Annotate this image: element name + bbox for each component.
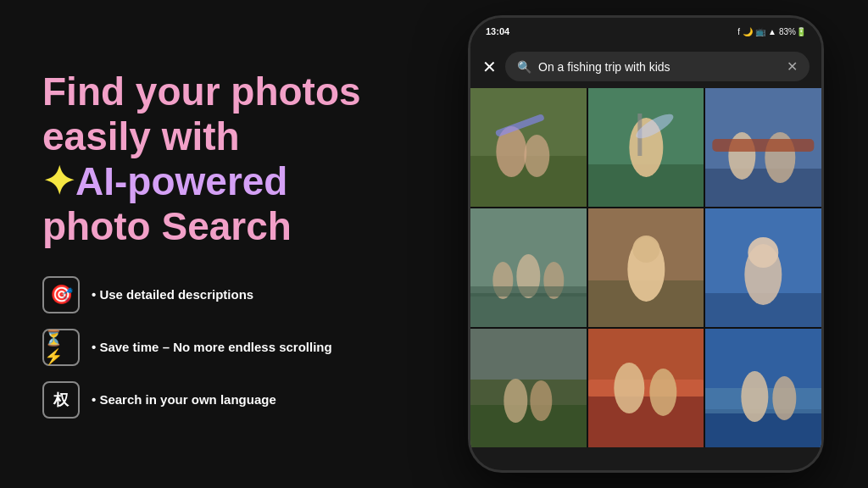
- phone-mockup: 13:04 f 🌙 📺 ▲ 83%🔋 ✕ 🔍 On a fishing trip…: [468, 15, 824, 473]
- photo-cell-8[interactable]: [588, 329, 704, 447]
- svg-rect-36: [588, 380, 704, 396]
- features-list: 🎯 Use detailed descriptions ⏳⚡ Save time…: [42, 276, 390, 419]
- close-search-button[interactable]: ✕: [482, 57, 497, 77]
- photo-cell-9[interactable]: [705, 329, 821, 447]
- svg-point-3: [524, 135, 549, 177]
- search-text: On a fishing trip with kids: [538, 60, 780, 74]
- svg-rect-31: [470, 329, 587, 380]
- svg-point-28: [748, 237, 779, 268]
- svg-rect-35: [588, 396, 704, 447]
- facebook-icon: f: [737, 27, 740, 36]
- svg-rect-11: [705, 169, 821, 207]
- clear-search-button[interactable]: ✕: [787, 58, 798, 75]
- feature-text-descriptions: Use detailed descriptions: [92, 287, 253, 302]
- feature-item-scrolling: ⏳⚡ Save time – No more endless scrolling: [42, 329, 390, 366]
- photo-cell-6[interactable]: [705, 208, 821, 327]
- headline-line1: Find your photos: [42, 69, 390, 114]
- headline-line2: easily with: [42, 114, 390, 159]
- photo-cell-2[interactable]: [588, 88, 704, 207]
- svg-point-38: [649, 369, 676, 416]
- photo-cell-7[interactable]: [470, 329, 587, 447]
- feature-text-scrolling: Save time – No more endless scrolling: [92, 340, 332, 354]
- status-bar: 13:04 f 🌙 📺 ▲ 83%🔋: [470, 18, 821, 45]
- search-icon: 🔍: [517, 60, 531, 74]
- headline: Find your photos easily with ✦AI-powered…: [42, 69, 390, 249]
- photo-cell-4[interactable]: [470, 208, 587, 327]
- svg-rect-14: [713, 139, 815, 152]
- search-input-box[interactable]: 🔍 On a fishing trip with kids ✕: [505, 52, 810, 81]
- feature-item-language: 权 Search in your own language: [42, 381, 390, 419]
- svg-rect-20: [470, 286, 587, 297]
- svg-point-37: [614, 363, 644, 413]
- left-panel: Find your photos easily with ✦AI-powered…: [0, 0, 424, 488]
- svg-point-24: [632, 236, 659, 263]
- wifi-icon: 🌙: [743, 27, 753, 36]
- star-icon: ✦: [42, 159, 75, 203]
- photo-cell-5[interactable]: [588, 208, 704, 327]
- hourglass-lightning-icon: ⏳⚡: [42, 329, 80, 366]
- search-bar-row: ✕ 🔍 On a fishing trip with kids ✕: [470, 45, 821, 88]
- status-time: 13:04: [486, 26, 509, 36]
- feature-text-language: Search in your own language: [92, 392, 276, 407]
- language-icon: 权: [42, 381, 80, 419]
- feature-item-descriptions: 🎯 Use detailed descriptions: [42, 276, 390, 313]
- headline-line4: photo Search: [42, 204, 390, 249]
- photo-cell-3[interactable]: [705, 88, 821, 207]
- svg-point-43: [773, 376, 797, 420]
- svg-rect-30: [470, 405, 587, 447]
- battery-icon: 83%🔋: [779, 27, 806, 36]
- svg-point-32: [504, 379, 527, 423]
- signal-icon: ▲: [768, 27, 776, 36]
- twitch-icon: 📺: [755, 27, 765, 36]
- headline-line3: ✦AI-powered: [42, 159, 390, 204]
- status-icons: f 🌙 📺 ▲ 83%🔋: [737, 27, 806, 36]
- photo-cell-1[interactable]: [470, 88, 587, 207]
- photo-grid: [470, 88, 821, 447]
- svg-point-42: [742, 371, 769, 422]
- target-icon: 🎯: [42, 276, 80, 313]
- svg-point-33: [530, 380, 552, 421]
- right-panel: 13:04 f 🌙 📺 ▲ 83%🔋 ✕ 🔍 On a fishing trip…: [424, 0, 868, 488]
